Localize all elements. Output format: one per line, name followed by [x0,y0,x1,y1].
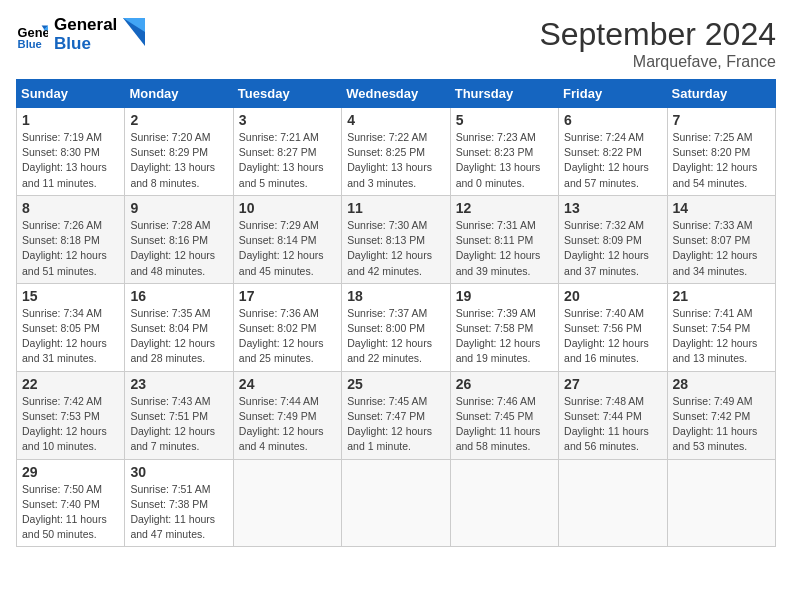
day-number: 13 [564,200,661,216]
page-header: General Blue General Blue September 2024… [16,16,776,71]
day-number: 11 [347,200,444,216]
day-number: 14 [673,200,770,216]
day-info: Sunrise: 7:41 AMSunset: 7:54 PMDaylight:… [673,307,758,365]
location-subtitle: Marquefave, France [539,53,776,71]
day-number: 17 [239,288,336,304]
day-info: Sunrise: 7:45 AMSunset: 7:47 PMDaylight:… [347,395,432,453]
day-number: 23 [130,376,227,392]
day-info: Sunrise: 7:36 AMSunset: 8:02 PMDaylight:… [239,307,324,365]
header-row: Sunday Monday Tuesday Wednesday Thursday… [17,80,776,108]
logo: General Blue General Blue [16,16,145,53]
day-info: Sunrise: 7:33 AMSunset: 8:07 PMDaylight:… [673,219,758,277]
day-number: 24 [239,376,336,392]
day-info: Sunrise: 7:20 AMSunset: 8:29 PMDaylight:… [130,131,215,189]
day-number: 7 [673,112,770,128]
day-info: Sunrise: 7:25 AMSunset: 8:20 PMDaylight:… [673,131,758,189]
day-info: Sunrise: 7:49 AMSunset: 7:42 PMDaylight:… [673,395,758,453]
calendar-cell: 2 Sunrise: 7:20 AMSunset: 8:29 PMDayligh… [125,108,233,196]
calendar-cell [559,459,667,547]
calendar-cell [667,459,775,547]
calendar-cell [450,459,558,547]
day-info: Sunrise: 7:32 AMSunset: 8:09 PMDaylight:… [564,219,649,277]
calendar-cell: 19 Sunrise: 7:39 AMSunset: 7:58 PMDaylig… [450,283,558,371]
logo-arrow-icon [123,18,145,46]
day-number: 19 [456,288,553,304]
day-number: 9 [130,200,227,216]
calendar-cell: 25 Sunrise: 7:45 AMSunset: 7:47 PMDaylig… [342,371,450,459]
day-info: Sunrise: 7:44 AMSunset: 7:49 PMDaylight:… [239,395,324,453]
calendar-cell: 29 Sunrise: 7:50 AMSunset: 7:40 PMDaylig… [17,459,125,547]
day-number: 21 [673,288,770,304]
day-number: 12 [456,200,553,216]
calendar-cell: 7 Sunrise: 7:25 AMSunset: 8:20 PMDayligh… [667,108,775,196]
day-info: Sunrise: 7:22 AMSunset: 8:25 PMDaylight:… [347,131,432,189]
logo-general: General [54,16,117,35]
day-number: 8 [22,200,119,216]
svg-text:Blue: Blue [18,37,42,49]
calendar-cell: 18 Sunrise: 7:37 AMSunset: 8:00 PMDaylig… [342,283,450,371]
calendar-cell: 15 Sunrise: 7:34 AMSunset: 8:05 PMDaylig… [17,283,125,371]
calendar-cell: 27 Sunrise: 7:48 AMSunset: 7:44 PMDaylig… [559,371,667,459]
calendar-cell: 12 Sunrise: 7:31 AMSunset: 8:11 PMDaylig… [450,195,558,283]
col-thursday: Thursday [450,80,558,108]
day-info: Sunrise: 7:43 AMSunset: 7:51 PMDaylight:… [130,395,215,453]
calendar-cell: 5 Sunrise: 7:23 AMSunset: 8:23 PMDayligh… [450,108,558,196]
logo-icon: General Blue [16,19,48,51]
day-info: Sunrise: 7:23 AMSunset: 8:23 PMDaylight:… [456,131,541,189]
calendar-cell: 4 Sunrise: 7:22 AMSunset: 8:25 PMDayligh… [342,108,450,196]
day-number: 26 [456,376,553,392]
calendar-cell: 13 Sunrise: 7:32 AMSunset: 8:09 PMDaylig… [559,195,667,283]
day-number: 5 [456,112,553,128]
day-info: Sunrise: 7:30 AMSunset: 8:13 PMDaylight:… [347,219,432,277]
calendar-cell: 1 Sunrise: 7:19 AMSunset: 8:30 PMDayligh… [17,108,125,196]
day-info: Sunrise: 7:29 AMSunset: 8:14 PMDaylight:… [239,219,324,277]
day-info: Sunrise: 7:39 AMSunset: 7:58 PMDaylight:… [456,307,541,365]
day-number: 28 [673,376,770,392]
calendar-cell: 3 Sunrise: 7:21 AMSunset: 8:27 PMDayligh… [233,108,341,196]
day-info: Sunrise: 7:34 AMSunset: 8:05 PMDaylight:… [22,307,107,365]
calendar-cell: 6 Sunrise: 7:24 AMSunset: 8:22 PMDayligh… [559,108,667,196]
calendar-cell: 9 Sunrise: 7:28 AMSunset: 8:16 PMDayligh… [125,195,233,283]
calendar-cell: 28 Sunrise: 7:49 AMSunset: 7:42 PMDaylig… [667,371,775,459]
calendar-week-row: 8 Sunrise: 7:26 AMSunset: 8:18 PMDayligh… [17,195,776,283]
calendar-week-row: 15 Sunrise: 7:34 AMSunset: 8:05 PMDaylig… [17,283,776,371]
calendar-cell: 16 Sunrise: 7:35 AMSunset: 8:04 PMDaylig… [125,283,233,371]
day-info: Sunrise: 7:48 AMSunset: 7:44 PMDaylight:… [564,395,649,453]
day-number: 20 [564,288,661,304]
day-info: Sunrise: 7:19 AMSunset: 8:30 PMDaylight:… [22,131,107,189]
calendar-cell: 22 Sunrise: 7:42 AMSunset: 7:53 PMDaylig… [17,371,125,459]
day-number: 4 [347,112,444,128]
day-info: Sunrise: 7:50 AMSunset: 7:40 PMDaylight:… [22,483,107,541]
day-number: 15 [22,288,119,304]
day-info: Sunrise: 7:42 AMSunset: 7:53 PMDaylight:… [22,395,107,453]
calendar-cell: 26 Sunrise: 7:46 AMSunset: 7:45 PMDaylig… [450,371,558,459]
month-title: September 2024 [539,16,776,53]
day-number: 29 [22,464,119,480]
calendar-week-row: 29 Sunrise: 7:50 AMSunset: 7:40 PMDaylig… [17,459,776,547]
day-number: 22 [22,376,119,392]
calendar-cell [342,459,450,547]
calendar-cell: 10 Sunrise: 7:29 AMSunset: 8:14 PMDaylig… [233,195,341,283]
day-info: Sunrise: 7:35 AMSunset: 8:04 PMDaylight:… [130,307,215,365]
day-number: 10 [239,200,336,216]
day-info: Sunrise: 7:21 AMSunset: 8:27 PMDaylight:… [239,131,324,189]
calendar-week-row: 22 Sunrise: 7:42 AMSunset: 7:53 PMDaylig… [17,371,776,459]
calendar-cell: 21 Sunrise: 7:41 AMSunset: 7:54 PMDaylig… [667,283,775,371]
day-number: 1 [22,112,119,128]
col-wednesday: Wednesday [342,80,450,108]
day-info: Sunrise: 7:40 AMSunset: 7:56 PMDaylight:… [564,307,649,365]
day-number: 30 [130,464,227,480]
day-number: 2 [130,112,227,128]
day-info: Sunrise: 7:51 AMSunset: 7:38 PMDaylight:… [130,483,215,541]
calendar-cell: 23 Sunrise: 7:43 AMSunset: 7:51 PMDaylig… [125,371,233,459]
day-number: 16 [130,288,227,304]
day-info: Sunrise: 7:31 AMSunset: 8:11 PMDaylight:… [456,219,541,277]
day-number: 18 [347,288,444,304]
col-tuesday: Tuesday [233,80,341,108]
day-number: 3 [239,112,336,128]
calendar-cell: 30 Sunrise: 7:51 AMSunset: 7:38 PMDaylig… [125,459,233,547]
day-number: 27 [564,376,661,392]
calendar-cell: 14 Sunrise: 7:33 AMSunset: 8:07 PMDaylig… [667,195,775,283]
logo-blue: Blue [54,35,117,54]
day-number: 6 [564,112,661,128]
